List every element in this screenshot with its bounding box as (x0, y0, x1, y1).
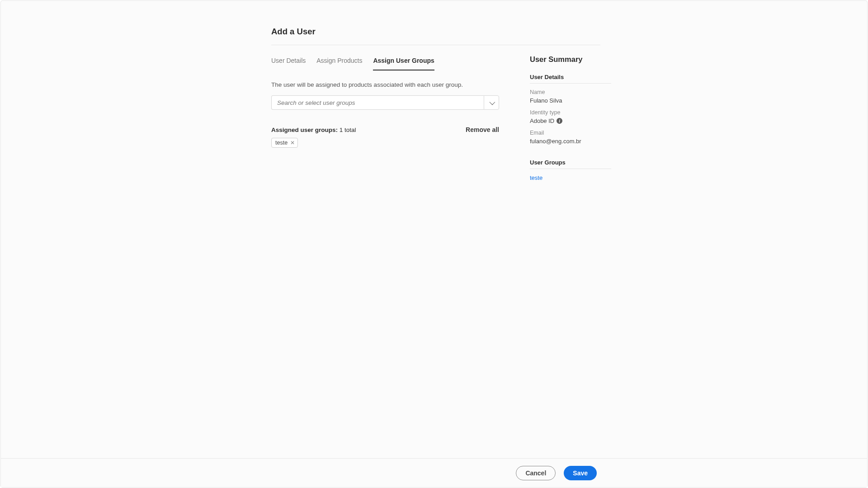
page-title: Add a User (271, 27, 600, 45)
user-group-dropdown-button[interactable] (484, 95, 499, 110)
dialog-panel: Add a User User Details Assign Products … (0, 0, 868, 488)
remove-all-button[interactable]: Remove all (466, 126, 499, 133)
tag-item: teste ✕ (271, 138, 298, 148)
user-group-combobox (271, 95, 499, 110)
tab-description: The user will be assigned to products as… (271, 81, 499, 88)
summary-name-value: Fulano Silva (530, 97, 611, 104)
summary-identity-row: Adobe ID i (530, 117, 611, 124)
summary-column: User Summary User Details Name Fulano Si… (530, 54, 611, 181)
tab-assign-user-groups[interactable]: Assign User Groups (373, 54, 434, 70)
user-group-search-input[interactable] (271, 95, 484, 110)
tab-assign-products[interactable]: Assign Products (316, 54, 362, 70)
summary-details-heading: User Details (530, 74, 611, 84)
dialog-body: Add a User User Details Assign Products … (1, 1, 867, 458)
assigned-tags: teste ✕ (271, 138, 499, 148)
main-column: User Details Assign Products Assign User… (271, 54, 499, 181)
summary-identity-value: Adobe ID (530, 117, 554, 124)
tab-bar: User Details Assign Products Assign User… (271, 54, 499, 70)
tag-label: teste (275, 140, 288, 146)
close-icon[interactable]: ✕ (290, 140, 295, 145)
summary-email-label: Email (530, 130, 611, 136)
assigned-count: 1 total (340, 127, 356, 133)
summary-group-link[interactable]: teste (530, 174, 611, 181)
summary-name-label: Name (530, 89, 611, 95)
assigned-row: Assigned user groups: 1 total Remove all (271, 126, 499, 133)
assigned-label-prefix: Assigned user groups: (271, 127, 338, 133)
content-columns: User Details Assign Products Assign User… (271, 54, 600, 181)
save-button[interactable]: Save (564, 466, 597, 480)
cancel-button[interactable]: Cancel (516, 466, 556, 480)
summary-title: User Summary (530, 55, 611, 64)
tab-user-details[interactable]: User Details (271, 54, 306, 70)
info-icon[interactable]: i (557, 118, 562, 124)
summary-identity-label: Identity type (530, 109, 611, 116)
summary-groups-heading: User Groups (530, 159, 611, 169)
assigned-count-label: Assigned user groups: 1 total (271, 127, 356, 133)
summary-email-value: fulano@eng.com.br (530, 138, 611, 145)
chevron-down-icon (489, 99, 495, 105)
dialog-footer: Cancel Save (1, 458, 867, 487)
